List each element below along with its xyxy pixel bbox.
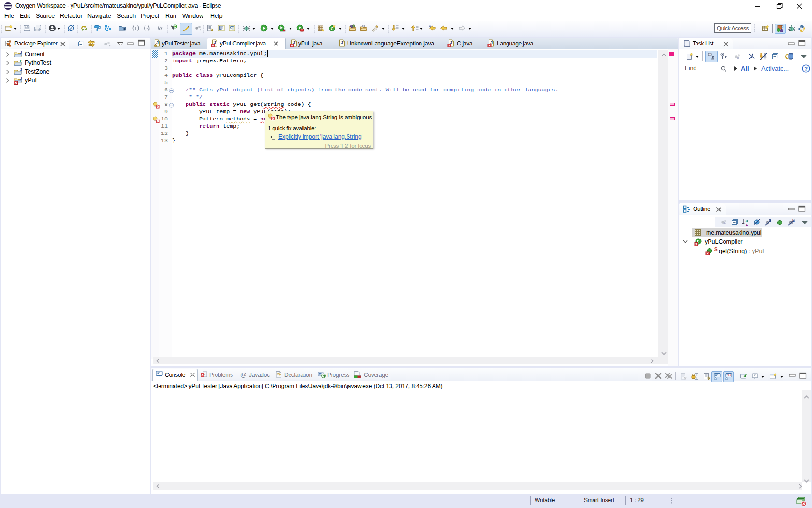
svg-text:J: J — [20, 50, 22, 55]
svg-text:?: ? — [804, 66, 808, 72]
svg-text:J: J — [20, 76, 22, 81]
svg-text:J: J — [156, 40, 159, 45]
svg-text:J: J — [341, 40, 343, 45]
svg-text:!: ! — [155, 44, 156, 46]
svg-text:J: J — [781, 25, 783, 29]
svg-text:C: C — [174, 24, 177, 29]
svg-text:J: J — [20, 68, 22, 72]
svg-text:P: P — [20, 59, 22, 63]
svg-text:@: @ — [240, 371, 246, 378]
svg-text:z: z — [746, 222, 748, 226]
